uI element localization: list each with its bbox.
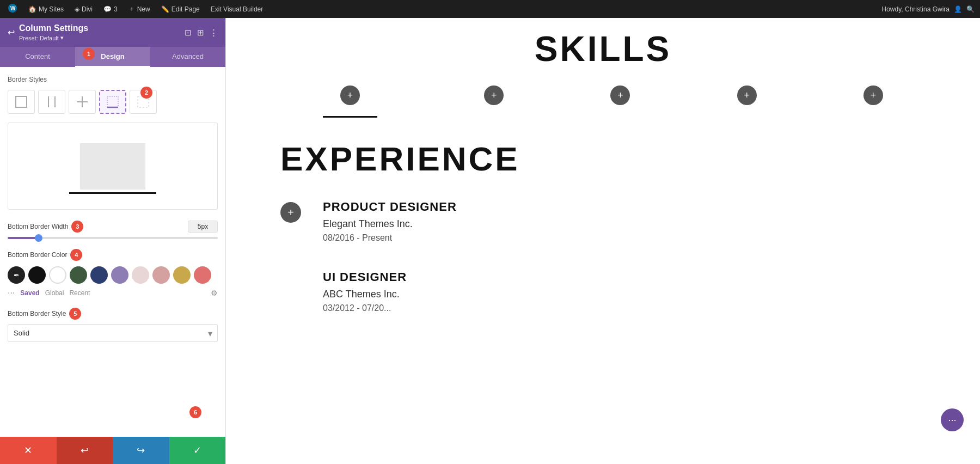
col-item-1: + bbox=[323, 86, 377, 118]
exit-builder-item[interactable]: Exit Visual Builder bbox=[209, 5, 266, 13]
color-swatch-white[interactable] bbox=[49, 266, 66, 284]
eyedropper-btn[interactable]: ✒ bbox=[8, 266, 25, 284]
color-swatch-lightpink[interactable] bbox=[132, 266, 149, 284]
border-icons-row bbox=[8, 90, 218, 114]
plus-icon-2: + bbox=[491, 90, 497, 101]
add-col-btn-1[interactable]: + bbox=[340, 86, 360, 105]
border-bottom-btn[interactable] bbox=[99, 90, 126, 114]
add-col-btn-3[interactable]: + bbox=[610, 86, 630, 105]
slider-thumb[interactable] bbox=[35, 234, 42, 242]
border-inner-btn[interactable] bbox=[69, 90, 96, 114]
color-tab-saved[interactable]: Saved bbox=[20, 288, 39, 298]
step-badge-1: 1 bbox=[83, 48, 95, 60]
edit-page-item[interactable]: ✏️ Edit Page bbox=[159, 5, 202, 13]
exp-company-1: Elegant Themes Inc. bbox=[323, 218, 947, 230]
edit-icon: ✏️ bbox=[161, 5, 169, 13]
sidebar-preset[interactable]: Preset: Default ▾ bbox=[19, 34, 88, 41]
add-col-btn-4[interactable]: + bbox=[737, 86, 757, 105]
border-width-label: Bottom Border Width 3 bbox=[8, 221, 83, 233]
col-item-3: + bbox=[610, 86, 630, 105]
color-label-row: Bottom Border Color 4 bbox=[8, 249, 218, 261]
color-more-dots[interactable]: ··· bbox=[8, 288, 15, 298]
svg-text:W: W bbox=[10, 5, 16, 11]
step-badge-3: 3 bbox=[71, 221, 83, 233]
plus-icon-3: + bbox=[617, 90, 623, 101]
color-tab-recent[interactable]: Recent bbox=[69, 288, 90, 298]
color-swatch-darkgreen[interactable] bbox=[70, 266, 87, 284]
plus-icon-exp-1: + bbox=[287, 206, 294, 219]
divi-item[interactable]: ◈ Divi bbox=[72, 5, 95, 13]
color-swatch-gold[interactable] bbox=[173, 266, 191, 284]
add-item-btn-1[interactable]: + bbox=[280, 202, 301, 223]
confirm-button[interactable]: ✓ bbox=[169, 437, 226, 464]
dots-icon: ··· bbox=[948, 414, 956, 426]
comments-count: 3 bbox=[114, 5, 118, 13]
divi-icon: ◈ bbox=[75, 5, 79, 13]
comments-item[interactable]: 💬 3 bbox=[101, 5, 120, 13]
color-swatch-black[interactable] bbox=[28, 266, 46, 284]
preset-label: Preset: Default bbox=[19, 35, 59, 41]
tab-content[interactable]: Content bbox=[0, 47, 75, 67]
main-layout: ↩ Column Settings Preset: Default ▾ 1 ⊡ … bbox=[0, 18, 980, 464]
my-sites-item[interactable]: 🏠 My Sites bbox=[26, 5, 66, 13]
columns-row: + + + + bbox=[259, 86, 947, 118]
divi-label: Divi bbox=[82, 5, 93, 13]
step-badge-5: 5 bbox=[69, 308, 81, 320]
tab-advanced[interactable]: Advanced bbox=[150, 47, 225, 67]
color-swatch-darkblue[interactable] bbox=[90, 266, 108, 284]
exp-title-2: UI DESIGNER bbox=[323, 270, 947, 284]
experience-section: EXPERIENCE + PRODUCT DESIGNER Elegant Th… bbox=[259, 139, 947, 313]
page-content: SKILLS + + + bbox=[226, 18, 980, 351]
color-swatch-red[interactable] bbox=[194, 266, 211, 284]
redo-button[interactable]: ↪ bbox=[113, 437, 169, 464]
border-all-btn[interactable] bbox=[8, 90, 35, 114]
preset-arrow: ▾ bbox=[60, 34, 64, 41]
main-content: SKILLS + + + bbox=[226, 18, 980, 464]
plus-icon-5: + bbox=[871, 90, 877, 101]
color-tab-global[interactable]: Global bbox=[45, 288, 64, 298]
slider-track[interactable] bbox=[8, 237, 218, 239]
undo-icon: ↩ bbox=[81, 444, 89, 456]
bottom-border-style-section: Bottom Border Style 5 Solid Dashed Dotte… bbox=[8, 308, 218, 342]
plus-icon-4: + bbox=[744, 90, 750, 101]
bottom-border-width-section: Bottom Border Width 3 5px bbox=[8, 221, 218, 239]
undo-button[interactable]: ↩ bbox=[57, 437, 113, 464]
wp-logo[interactable]: W bbox=[5, 3, 20, 15]
color-settings-icon[interactable]: ⚙ bbox=[211, 289, 218, 297]
search-icon[interactable]: 🔍 bbox=[966, 5, 975, 13]
exit-builder-label: Exit Visual Builder bbox=[211, 5, 264, 13]
slider-value[interactable]: 5px bbox=[188, 221, 218, 233]
cancel-button[interactable]: ✕ bbox=[0, 437, 57, 464]
back-icon[interactable]: ↩ bbox=[8, 27, 15, 38]
howdy-text: Howdy, Christina Gwira bbox=[882, 5, 950, 13]
border-style-select[interactable]: Solid Dashed Dotted Double bbox=[8, 324, 218, 342]
col-item-2: + bbox=[484, 86, 504, 105]
preview-inner bbox=[80, 143, 145, 190]
border-vertical-btn[interactable] bbox=[38, 90, 65, 114]
plus-icon: ＋ bbox=[128, 4, 135, 14]
col-item-5: + bbox=[863, 86, 883, 105]
color-swatch-pink[interactable] bbox=[152, 266, 170, 284]
add-col-btn-5[interactable]: + bbox=[863, 86, 883, 105]
more-options-icon[interactable]: ⋮ bbox=[210, 28, 218, 38]
collapse-icon[interactable]: ⊡ bbox=[185, 28, 192, 38]
new-item[interactable]: ＋ New bbox=[126, 4, 152, 14]
exp-dates-2: 03/2012 - 07/20... bbox=[323, 303, 947, 313]
color-swatch-purple[interactable] bbox=[111, 266, 128, 284]
add-col-btn-2[interactable]: + bbox=[484, 86, 504, 105]
grid-icon[interactable]: ⊞ bbox=[197, 28, 204, 38]
floating-menu-btn[interactable]: ··· bbox=[941, 408, 964, 431]
bottom-border-color-section: Bottom Border Color 4 ✒ bbox=[8, 249, 218, 298]
edit-page-label: Edit Page bbox=[171, 5, 200, 13]
preview-border-bottom bbox=[69, 192, 156, 194]
exp-title-1: PRODUCT DESIGNER bbox=[323, 200, 947, 214]
wp-icon: W bbox=[8, 3, 17, 15]
sidebar-header: ↩ Column Settings Preset: Default ▾ 1 ⊡ … bbox=[0, 18, 225, 47]
plus-icon-1: + bbox=[347, 90, 353, 101]
exp-dates-1: 08/2016 - Present bbox=[323, 233, 947, 243]
exp-company-2: ABC Themes Inc. bbox=[323, 289, 947, 300]
skills-heading: SKILLS bbox=[259, 29, 947, 69]
col-item-4: + bbox=[737, 86, 757, 105]
sidebar-header-icons: 1 ⊡ ⊞ ⋮ bbox=[185, 28, 218, 38]
border-style-select-wrapper: Solid Dashed Dotted Double ▾ bbox=[8, 324, 218, 342]
